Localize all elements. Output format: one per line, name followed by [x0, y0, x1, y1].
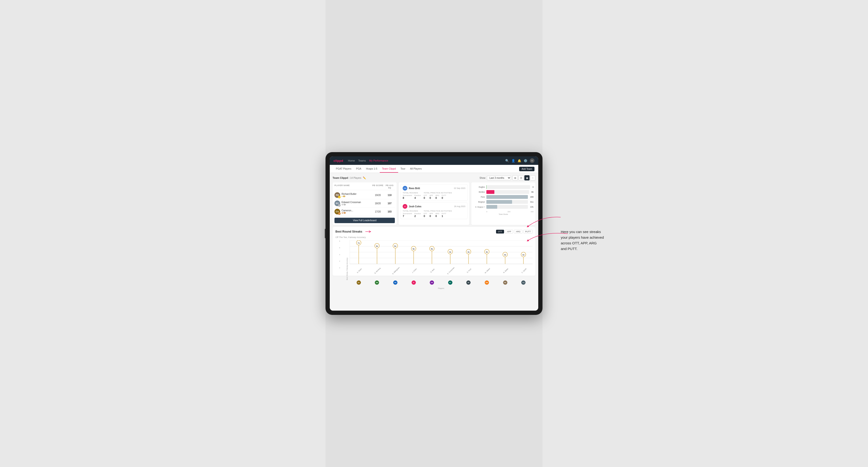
tab-hcaps[interactable]: Hcaps 1-5 [364, 165, 380, 173]
search-icon[interactable]: 🔍 [505, 159, 509, 162]
player-name-label: D. Ford [467, 268, 471, 273]
player-avatar: EC [448, 280, 453, 285]
tab-pgat-players[interactable]: PGAT Players [334, 165, 354, 173]
app-value: 0 [430, 215, 433, 217]
total-rounds-label: Total Rounds [403, 192, 421, 194]
team-header: Team Clippd | 14 Players ✏️ Show Last 3 … [333, 175, 535, 181]
svg-text:5x: 5x [431, 248, 433, 250]
team-title: Team Clippd [333, 177, 348, 179]
bar-row-eagles: Eagles 3 [473, 185, 533, 189]
practice-stat: Practice 4 [414, 194, 421, 199]
tab-team-clippd[interactable]: Team Clippd [380, 165, 398, 173]
add-team-button[interactable]: Add Team [519, 167, 534, 171]
player-avatar: DF [466, 280, 470, 285]
y-axis: 0 2 4 6 8 [336, 240, 340, 269]
x-label: 0 [486, 211, 487, 213]
practice-activities-group: Total Practice Activities OTT 0 APP [424, 210, 452, 217]
tab-pga[interactable]: PGA [354, 165, 364, 173]
person-icon[interactable]: 👤 [512, 159, 515, 162]
bar-label: Bogeys [473, 201, 485, 203]
bar-row-dbogeys: D. Bogeys + 131 [473, 205, 533, 209]
round-card: JC Josh Coles 26 Aug 2023 Total Rounds T… [401, 203, 467, 219]
avatar: RB 1 [335, 192, 340, 198]
putt-value: 0 [441, 196, 446, 199]
player-name: Rees Britt [409, 187, 454, 190]
tournament-label: Tournament [403, 194, 412, 196]
nav-my-performance[interactable]: My Performance [369, 159, 388, 162]
player-avatar: RB [430, 280, 434, 285]
team-separator: | [349, 177, 349, 179]
player-avatar: JC [412, 280, 416, 285]
export-btn[interactable]: ↑ [530, 175, 535, 181]
bar-fill [486, 195, 528, 199]
round-date: 26 Aug 2023 [454, 205, 465, 208]
ott-stat: OTT 0 [424, 213, 427, 217]
total-rounds-group: Total Rounds Tournament 7 Practice [403, 210, 421, 217]
arg-label: ARG [435, 194, 439, 196]
player-avatar: MM [485, 280, 489, 285]
user-avatar[interactable]: U [530, 158, 534, 163]
nav-teams[interactable]: Teams [358, 159, 366, 162]
tab-tour[interactable]: Tour [398, 165, 408, 173]
player-score: 19/20 [371, 194, 384, 196]
bar-label: Birdies [473, 191, 485, 193]
player-name-label: J. Coles [412, 268, 417, 273]
player-avatar: BM [375, 280, 379, 285]
round-date: 02 Sep 2023 [454, 187, 465, 189]
bell-icon[interactable]: 🔔 [518, 159, 521, 162]
bar-fill [486, 205, 497, 209]
team-player-count: 14 Players [350, 177, 361, 179]
player-score: 18/20 [371, 202, 384, 205]
tournament-value: 8 [403, 196, 412, 199]
tabs-right: Add Team [519, 166, 534, 171]
player-info: Richard Butler ♦ 1 [342, 193, 371, 197]
app-logo: clippd [334, 159, 343, 162]
tabs-bar: PGAT Players PGA Hcaps 1-5 Team Clippd T… [330, 165, 538, 173]
y-label: 0 [339, 267, 340, 269]
player-avg: 103 [384, 210, 395, 213]
list-view-btn[interactable]: ☰ [519, 175, 524, 181]
card-view-btn[interactable]: ▣ [524, 175, 530, 181]
settings-icon[interactable]: ⚙️ [524, 159, 527, 162]
annotation-arrow2 [495, 215, 565, 262]
total-rounds-label: Total Rounds [403, 210, 421, 212]
app-stat: APP 0 [430, 213, 433, 217]
app-label: APP [430, 213, 433, 215]
chart-x-axis: 0 200 400 [473, 211, 533, 213]
putt-stat: PUTT 0 [441, 194, 446, 199]
total-rounds-group: Total Rounds Tournament 8 Practice [403, 192, 421, 199]
svg-text:4x: 4x [486, 251, 488, 253]
tablet-side-button [325, 229, 326, 238]
player-name: Cameron... [342, 209, 371, 212]
table-row: EC 2 Edward Crossman ◆ 2 18/20 107 [335, 199, 395, 208]
bar-row-birdies: Birdies 96 [473, 190, 533, 194]
rank-badge: 1 [338, 196, 341, 198]
grid-view-btn[interactable]: ⊞ [513, 175, 518, 181]
y-label: 2 [339, 260, 340, 262]
round-card-header: RB Rees Britt 02 Sep 2023 [403, 186, 465, 191]
edit-icon[interactable]: ✏️ [363, 177, 366, 180]
y-axis-title: Best Streak, Fairway Accuracy [346, 258, 348, 280]
bar-value: 311 [530, 201, 533, 203]
bar-track [486, 200, 528, 204]
view-full-leaderboard-button[interactable]: View Full Leaderboard [335, 218, 395, 223]
annotation-arrow-indicator [364, 229, 371, 234]
period-select[interactable]: Last 3 months Last 6 months Last 12 mont… [487, 176, 511, 180]
bar-fill [486, 185, 487, 189]
tournament-stat: Tournament 8 [403, 194, 412, 199]
bar-fill [486, 190, 495, 194]
bar-label: Pars [473, 196, 485, 198]
practice-value: 2 [414, 215, 421, 217]
tab-all-players[interactable]: All Players [408, 165, 424, 173]
avatar: CA 3 [335, 209, 340, 214]
nav-home[interactable]: Home [348, 159, 355, 162]
player-avatars-row: EE BM DB JC RB [349, 280, 533, 286]
bar-label: D. Bogeys + [473, 206, 485, 208]
player-name-label: E. Ebert [356, 268, 362, 273]
player-avg: 107 [384, 202, 395, 205]
bar-track [486, 195, 528, 199]
player-name: Richard Butler [342, 193, 371, 195]
avatar: EC 2 [335, 200, 340, 206]
show-label: Show [479, 177, 486, 179]
arg-value: 0 [435, 196, 439, 199]
